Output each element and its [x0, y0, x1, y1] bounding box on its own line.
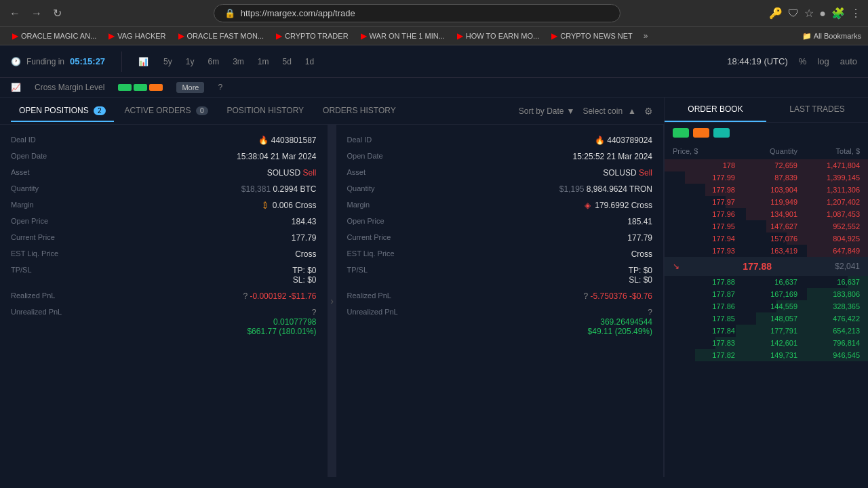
deal-icon-2: 🔥 — [595, 136, 605, 145]
tf-1m[interactable]: 1m — [254, 54, 273, 69]
tp-sl-value-1: TP: $0 SL: $0 — [292, 266, 316, 285]
tf-5d[interactable]: 5d — [278, 54, 295, 69]
star-icon[interactable]: ☆ — [804, 7, 814, 20]
bid-row: 177.86 144,559 328,365 — [665, 300, 868, 312]
bookmark-war-on-the[interactable]: ▶ WAR ON THE 1 MIN... — [355, 30, 450, 42]
filter-icon[interactable]: ⚙ — [644, 106, 653, 117]
help-icon-realized-2[interactable]: ? — [584, 291, 589, 301]
bookmark-how-to-earn[interactable]: ▶ HOW TO EARN MO... — [452, 30, 545, 42]
est-liq-row-1: EST Liq. Price Cross — [11, 249, 317, 259]
funding-label: Funding in — [26, 57, 64, 66]
tab-order-book[interactable]: ORDER BOOK — [665, 98, 766, 122]
ob-mid-price: ↘ 177.88 $2,041 — [665, 257, 868, 276]
bookmark-label: HOW TO EARN MO... — [466, 32, 539, 40]
tab-open-positions[interactable]: OPEN POSITIONS 2 — [11, 100, 114, 122]
bookmark-vag-hacker[interactable]: ▶ VAG HACKER — [103, 30, 171, 42]
auto-btn[interactable]: auto — [840, 56, 857, 66]
tf-1y[interactable]: 1y — [182, 54, 199, 69]
tf-1d[interactable]: 1d — [301, 54, 318, 69]
trend-icon: 📈 — [11, 83, 21, 92]
open-positions-badge: 2 — [94, 106, 106, 115]
est-liq-row-2: EST Liq. Price Cross — [347, 249, 653, 259]
profile-icon[interactable]: ● — [819, 7, 826, 20]
asset-label-2: Asset — [347, 168, 415, 176]
deal-id-label-1: Deal ID — [11, 136, 79, 144]
tf-5y[interactable]: 5y — [159, 54, 176, 69]
tp-sl-row-2: TP/SL TP: $0 SL: $0 — [347, 266, 653, 285]
ask-row: 177.99 87,839 1,399,145 — [665, 171, 868, 184]
bookmark-oracle-fast[interactable]: ▶ ORACLE FAST MON... — [173, 30, 270, 42]
coin-select[interactable]: Select coin ▲ — [583, 106, 636, 116]
deal-id-row-1: Deal ID 🔥 4403801587 — [11, 136, 317, 145]
bookmark-crypto-news[interactable]: ▶ CRYPTO NEWS NET — [546, 30, 638, 42]
est-liq-label-2: EST Liq. Price — [347, 249, 415, 258]
sort-by-date[interactable]: Sort by Date ▼ — [519, 106, 575, 116]
teal-indicator — [713, 128, 730, 138]
help-icon-unrealized-2[interactable]: ? — [648, 308, 652, 317]
forward-button[interactable]: → — [28, 5, 45, 22]
address-bar[interactable]: 🔒 https://margex.com/app/trade — [214, 4, 620, 22]
main-content: OPEN POSITIONS 2 ACTIVE ORDERS 0 POSITIO… — [0, 98, 868, 477]
col-quantity: Quantity — [735, 147, 797, 155]
down-arrow-icon: ↘ — [673, 262, 679, 271]
quantity-row-2: Quantity $1,195 8,984.9624 TRON — [347, 184, 653, 194]
open-date-value-2: 15:25:52 21 Mar 2024 — [573, 152, 652, 161]
current-price-row-2: Current Price 177.79 — [347, 233, 653, 243]
key-icon[interactable]: 🔑 — [769, 7, 783, 20]
green-indicator — [673, 128, 689, 138]
more-button[interactable]: More — [176, 82, 204, 93]
margin-bar: 📈 Cross Margin Level More ? — [0, 78, 868, 98]
margin-value-1: ₿ 0.006 Cross — [263, 201, 316, 210]
url-text: https://margex.com/app/trade — [241, 8, 355, 18]
refresh-button[interactable]: ↻ — [50, 4, 64, 22]
tab-active-orders[interactable]: ACTIVE ORDERS 0 — [117, 100, 216, 122]
bookmark-crypto-trader[interactable]: ▶ CRYPTO TRADER — [271, 30, 354, 42]
tab-orders-history[interactable]: ORDERS HISTORY — [315, 100, 404, 122]
margin-label-1: Margin — [11, 201, 79, 209]
tab-last-trades[interactable]: LAST TRADES — [766, 98, 868, 122]
quantity-row-1: Quantity $18,381 0.2994 BTC — [11, 184, 317, 194]
sell-badge-1: Sell — [302, 168, 316, 178]
bookmarks-more[interactable]: » — [639, 30, 652, 42]
log-btn[interactable]: log — [817, 56, 829, 66]
ask-row: 177.95 147,627 952,552 — [665, 220, 868, 232]
ob-header: Price, $ Quantity Total, $ — [665, 143, 868, 159]
bookmark-label: CRYPTO TRADER — [285, 32, 349, 40]
ask-row: 178 72,659 1,471,804 — [665, 159, 868, 171]
scroll-handle[interactable]: › — [328, 125, 336, 477]
tf-3m[interactable]: 3m — [229, 54, 248, 69]
help-icon-realized[interactable]: ? — [243, 291, 248, 301]
quantity-label-1: Quantity — [11, 184, 79, 192]
clock-display: 18:44:19 (UTC) — [727, 56, 788, 66]
help-icon[interactable]: ? — [218, 83, 222, 92]
deal-icon-1: 🔥 — [258, 136, 269, 145]
unrealized-pnl-row-2: Unrealized PnL ? 369.26494544 $49.11 (20… — [347, 308, 653, 336]
bookmarks-folder[interactable]: 📁 All Bookmarks — [802, 32, 861, 41]
menu-icon[interactable]: ⋮ — [850, 7, 861, 20]
extensions-icon[interactable]: 🧩 — [831, 7, 845, 20]
asset-label-1: Asset — [11, 168, 79, 176]
open-price-value-2: 185.41 — [627, 217, 652, 226]
tp-sl-label-1: TP/SL — [11, 266, 79, 274]
help-icon-unrealized[interactable]: ? — [312, 308, 317, 317]
unrealized-pnl-value-2: ? 369.26494544 $49.11 (205.49%) — [588, 308, 652, 336]
extension-icon[interactable]: 🛡 — [788, 7, 799, 20]
tf-6m[interactable]: 6m — [203, 54, 223, 69]
bookmark-oracle-magic[interactable]: ▶ ORACLE MAGIC AN... — [7, 30, 102, 42]
realized-pnl-row-1: Realized PnL ? -0.000192 -$11.76 — [11, 291, 317, 301]
tab-position-history[interactable]: POSITION HISTORY — [219, 100, 313, 122]
open-date-row-2: Open Date 15:25:52 21 Mar 2024 — [347, 152, 653, 161]
asks-section: 178 72,659 1,471,804 177.99 87,839 1,399… — [665, 159, 868, 257]
youtube-icon: ▶ — [108, 31, 115, 41]
sell-badge-2: Sell — [639, 168, 652, 178]
open-date-label-2: Open Date — [347, 152, 415, 160]
pct-btn[interactable]: % — [799, 56, 807, 66]
folder-icon: 📁 — [802, 32, 812, 40]
active-orders-badge: 0 — [196, 106, 208, 115]
est-liq-value-2: Cross — [631, 249, 652, 259]
realized-pnl-row-2: Realized PnL ? -5.750376 -$0.76 — [347, 291, 653, 301]
back-button[interactable]: ← — [7, 5, 23, 22]
open-price-label-2: Open Price — [347, 217, 415, 225]
header-right: 18:44:19 (UTC) % log auto — [727, 56, 857, 66]
timeframe-bar: 5y 1y 6m 3m 1m 5d 1d — [159, 54, 318, 69]
